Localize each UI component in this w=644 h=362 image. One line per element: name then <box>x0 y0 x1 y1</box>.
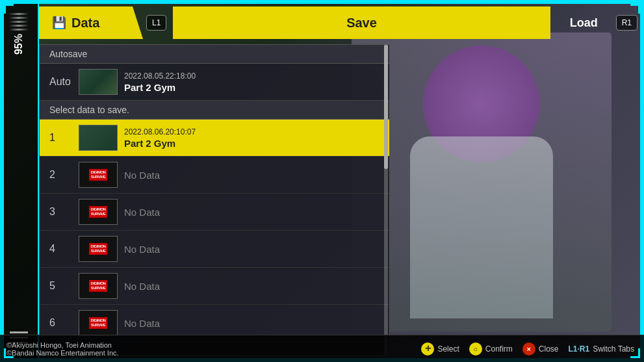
hint-confirm: ○ Confirm <box>469 343 513 356</box>
border-right <box>640 0 644 362</box>
slot-location-1: Part 2 Gym <box>124 138 196 149</box>
switch-tabs-badge: L1·R1 <box>569 344 590 354</box>
load-label: Load <box>570 16 598 30</box>
r1-badge: R1 <box>616 15 638 31</box>
save-label: Save <box>346 16 377 31</box>
copyright-line-2: ©Bandai Namco Entertainment Inc. <box>6 349 119 357</box>
border-top <box>0 0 644 4</box>
hint-close: × Close <box>522 343 559 356</box>
save-slot-1[interactable]: 12022.08.06.20:10:07Part 2 Gym <box>40 120 389 157</box>
slot-info-3: No Data <box>124 207 160 218</box>
slot-info-4: No Data <box>124 244 160 255</box>
corner-bl <box>4 348 14 358</box>
slot-thumbnail-1 <box>79 125 118 151</box>
copyright-line-1: ©Akiyoshi Hongo, Toei Animation <box>6 341 119 349</box>
dpad-icon: ✛ <box>421 343 434 356</box>
save-tab[interactable]: Save <box>173 6 550 39</box>
confirm-button-icon: ○ <box>469 343 482 356</box>
button-hints: ✛ Select ○ Confirm × Close L1·R1 Switch … <box>421 343 634 356</box>
select-data-label: Select data to save. <box>49 105 129 115</box>
switch-tabs-label: Switch Tabs <box>593 344 634 354</box>
autosave-location: Part 2 Gym <box>124 82 196 93</box>
autosave-row: Auto 2022.08.05.22:18:00 Part 2 Gym <box>40 64 389 101</box>
slot-no-data-2: No Data <box>124 170 160 181</box>
copyright-text: ©Akiyoshi Hongo, Toei Animation ©Bandai … <box>6 341 119 357</box>
save-slot-3[interactable]: 3 DIGIMONSURVIVE No Data <box>40 194 389 231</box>
scroll-indicator <box>384 45 388 355</box>
save-slot-2[interactable]: 2 DIGIMONSURVIVE No Data <box>40 157 389 194</box>
corner-br <box>630 348 640 358</box>
autosave-thumb-image <box>79 70 117 94</box>
header-bar: 💾 Data L1 Save Load R1 <box>39 6 638 39</box>
slot-thumbnail-5: DIGIMONSURVIVE <box>79 273 118 299</box>
load-area[interactable]: Load <box>557 6 611 39</box>
autosave-thumbnail <box>79 69 118 95</box>
slot-thumbnail-3: DIGIMONSURVIVE <box>79 199 118 225</box>
save-panel: Autosave Auto 2022.08.05.22:18:00 Part 2… <box>39 44 390 356</box>
slot-number-2: 2 <box>49 169 72 181</box>
l1-badge: L1 <box>146 15 166 31</box>
slot-timestamp-1: 2022.08.06.20:10:07 <box>124 127 196 136</box>
data-icon: 💾 <box>52 16 66 30</box>
svg-rect-0 <box>10 331 28 333</box>
diag-line-2 <box>8 17 29 19</box>
close-button-icon: × <box>522 343 535 356</box>
left-panel: 95% <box>0 0 39 362</box>
autosave-label: Autosave <box>49 49 87 59</box>
slot-number-1: 1 <box>49 132 72 144</box>
slot-no-data-4: No Data <box>124 244 160 255</box>
main-content: 💾 Data L1 Save Load R1 Autosave Auto 202… <box>39 6 638 356</box>
slot-thumbnail-4: DIGIMONSURVIVE <box>79 236 118 262</box>
diag-line-4 <box>8 25 29 27</box>
bottom-bar: ©Akiyoshi Hongo, Toei Animation ©Bandai … <box>0 335 644 362</box>
diag-line-3 <box>8 21 29 23</box>
slot-info-5: No Data <box>124 281 160 292</box>
slot-number-3: 3 <box>49 206 72 218</box>
slot-number-6: 6 <box>49 317 72 329</box>
slots-container[interactable]: 12022.08.06.20:10:07Part 2 Gym2 DIGIMONS… <box>40 120 389 355</box>
slot-thumbnail-2: DIGIMONSURVIVE <box>79 162 118 188</box>
select-hint-label: Select <box>437 344 459 354</box>
data-tab: 💾 Data <box>39 6 143 39</box>
corner-tl <box>4 4 14 14</box>
confirm-hint-label: Confirm <box>485 344 513 354</box>
slot-no-data-6: No Data <box>124 318 160 329</box>
slot-number-4: 4 <box>49 243 72 255</box>
select-data-header: Select data to save. <box>40 101 389 120</box>
slot-info-6: No Data <box>124 318 160 329</box>
left-panel-top: 95% <box>9 13 29 55</box>
slot-thumbnail-6: DIGIMONSURVIVE <box>79 310 118 336</box>
data-title: Data <box>71 16 99 31</box>
hint-select: ✛ Select <box>421 343 459 356</box>
scroll-thumb <box>384 45 388 169</box>
diag-line-5 <box>8 29 29 31</box>
hint-switch-tabs: L1·R1 Switch Tabs <box>569 344 635 354</box>
border-left <box>0 0 4 362</box>
slot-info-1: 2022.08.06.20:10:07Part 2 Gym <box>124 127 196 149</box>
autosave-info: 2022.08.05.22:18:00 Part 2 Gym <box>124 71 196 93</box>
slot-info-2: No Data <box>124 170 160 181</box>
slot-no-data-5: No Data <box>124 281 160 292</box>
autosave-slot-label: Auto <box>49 76 72 88</box>
autosave-header: Autosave <box>40 45 389 64</box>
close-hint-label: Close <box>539 344 559 354</box>
diagonal-lines <box>9 13 29 31</box>
corner-tr <box>630 4 640 14</box>
slot-no-data-3: No Data <box>124 207 160 218</box>
progress-percent: 95% <box>13 34 25 55</box>
save-slot-5[interactable]: 5 DIGIMONSURVIVE No Data <box>40 268 389 305</box>
autosave-timestamp: 2022.08.05.22:18:00 <box>124 71 196 81</box>
save-slot-4[interactable]: 4 DIGIMONSURVIVE No Data <box>40 231 389 268</box>
slot-number-5: 5 <box>49 280 72 292</box>
